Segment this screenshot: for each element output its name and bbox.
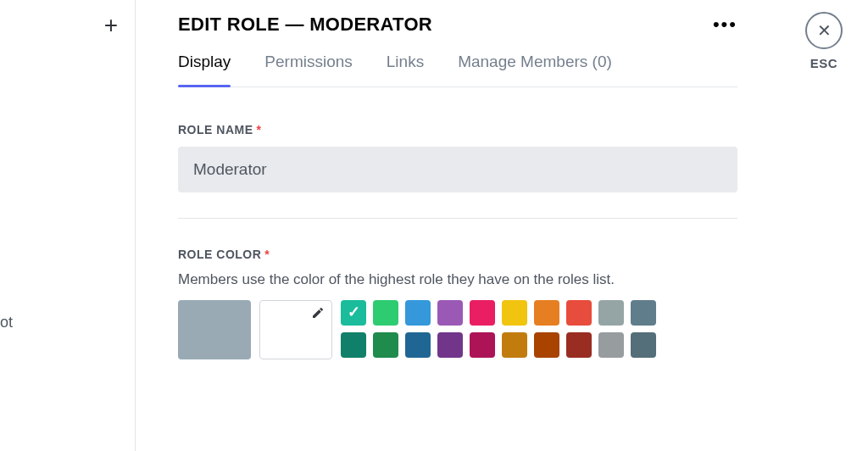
role-color-helper: Members use the color of the highest rol… [178, 271, 737, 288]
color-swatch[interactable] [373, 300, 398, 326]
page-title: EDIT ROLE — MODERATOR [178, 14, 432, 36]
check-icon: ✓ [348, 303, 360, 321]
color-swatch[interactable] [437, 332, 463, 358]
color-swatch[interactable] [534, 332, 559, 358]
color-swatch[interactable] [470, 300, 495, 326]
color-picker: ✓ [178, 300, 737, 359]
color-swatch[interactable] [405, 332, 431, 358]
color-swatch[interactable] [631, 332, 656, 358]
edit-role-panel: EDIT ROLE — MODERATOR ••• Display Permis… [178, 14, 737, 359]
section-divider [178, 218, 737, 219]
color-swatch-grid: ✓ [341, 300, 656, 359]
close-panel: ✕ ESC [805, 12, 843, 70]
more-options-button[interactable]: ••• [713, 14, 737, 36]
pencil-icon [311, 306, 325, 323]
color-swatch[interactable] [373, 332, 398, 358]
color-swatch[interactable] [566, 300, 592, 326]
roles-sidebar: + ot [0, 0, 136, 451]
color-swatch[interactable] [631, 300, 656, 326]
color-swatch[interactable] [405, 300, 431, 326]
color-swatch[interactable] [598, 332, 624, 358]
default-color-swatch[interactable] [178, 300, 251, 359]
color-swatch[interactable] [470, 332, 495, 358]
color-swatch[interactable] [566, 332, 592, 358]
color-swatch[interactable]: ✓ [341, 300, 366, 326]
tab-display[interactable]: Display [178, 53, 231, 86]
required-marker: * [257, 123, 262, 136]
esc-label: ESC [805, 56, 843, 70]
color-swatch[interactable] [534, 300, 559, 326]
role-name-input[interactable] [178, 147, 737, 192]
role-color-label: ROLE COLOR* [178, 248, 737, 261]
swatch-row-2 [341, 332, 656, 358]
required-marker: * [264, 248, 270, 261]
close-button[interactable]: ✕ [805, 12, 843, 49]
color-swatch[interactable] [502, 332, 527, 358]
swatch-row-1: ✓ [341, 300, 656, 326]
sidebar-text-fragment: ot [0, 314, 13, 331]
custom-color-swatch[interactable] [259, 300, 332, 359]
color-swatch[interactable] [341, 332, 366, 358]
color-swatch[interactable] [437, 300, 463, 326]
color-swatch[interactable] [598, 300, 624, 326]
role-name-label: ROLE NAME* [178, 123, 737, 136]
tab-links[interactable]: Links [387, 53, 424, 86]
close-icon: ✕ [817, 22, 832, 39]
tab-bar: Display Permissions Links Manage Members… [178, 53, 737, 87]
tab-manage-members[interactable]: Manage Members (0) [458, 53, 612, 86]
color-swatch[interactable] [502, 300, 527, 326]
tab-permissions[interactable]: Permissions [264, 53, 352, 86]
add-role-button[interactable]: + [104, 14, 118, 37]
